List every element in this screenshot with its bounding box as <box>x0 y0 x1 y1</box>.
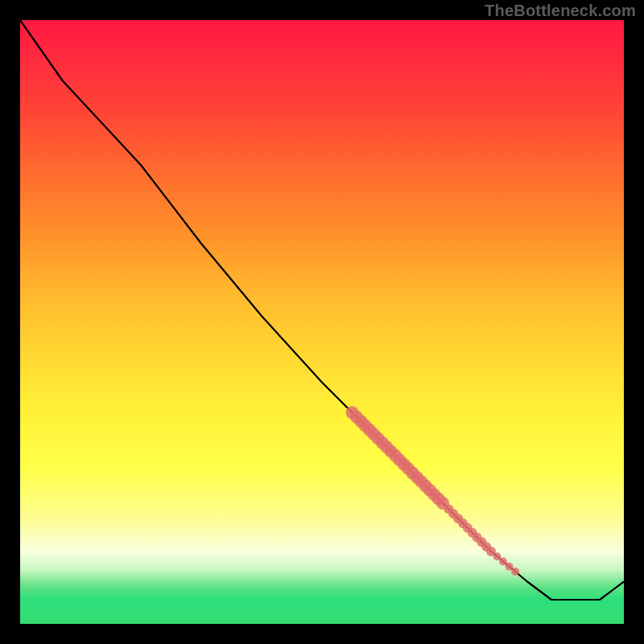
plot-area <box>20 20 624 624</box>
chart-stage: TheBottleneck.com <box>0 0 644 644</box>
watermark-text: TheBottleneck.com <box>485 2 636 20</box>
